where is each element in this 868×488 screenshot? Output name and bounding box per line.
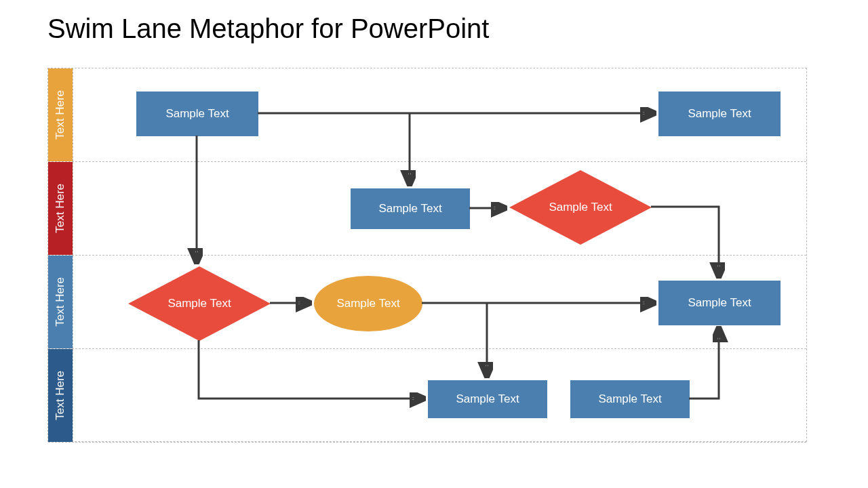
lane-header-2: Text Here: [48, 162, 73, 255]
decision-node-n4: Sample Text: [509, 170, 652, 245]
lane-row-4: Text Here: [48, 349, 806, 443]
lane-label-4: Text Here: [54, 371, 67, 420]
process-node-n8: Sample Text: [428, 380, 547, 418]
process-node-n3: Sample Text: [351, 188, 470, 229]
slide-title: Swim Lane Metaphor for PowerPoint: [47, 14, 489, 44]
lane-header-3: Text Here: [48, 256, 73, 348]
process-node-n2: Sample Text: [658, 92, 781, 136]
lane-label-1: Text Here: [54, 90, 67, 140]
process-node-n1: Sample Text: [136, 92, 258, 136]
decision-node-n5: Sample Text: [128, 266, 271, 341]
lane-header-1: Text Here: [48, 68, 73, 161]
terminator-node-n6: Sample Text: [314, 276, 422, 331]
lane-label-3: Text Here: [54, 277, 67, 327]
swimlane-container: Text Here Text Here Text Here Text Here …: [47, 68, 807, 442]
process-node-n7: Sample Text: [658, 281, 781, 325]
slide-canvas: Swim Lane Metaphor for PowerPoint Text H…: [0, 0, 868, 488]
lane-header-4: Text Here: [48, 349, 73, 442]
lane-label-2: Text Here: [54, 184, 67, 233]
process-node-n9: Sample Text: [570, 380, 690, 418]
